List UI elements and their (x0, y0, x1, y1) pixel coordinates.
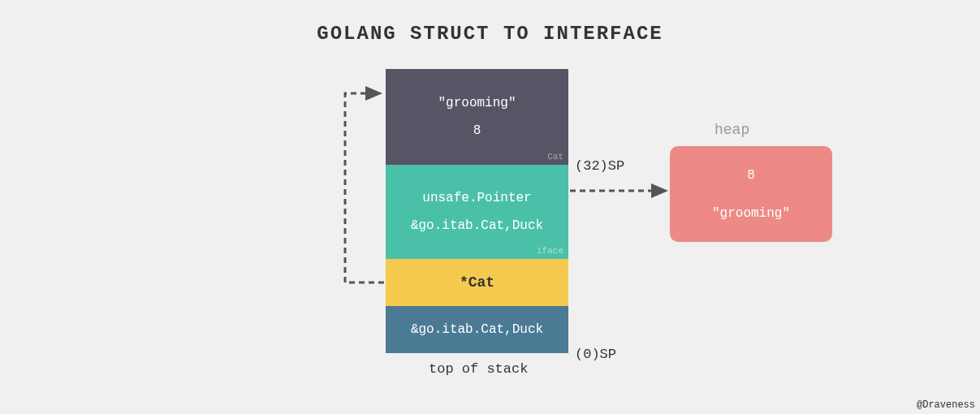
iface-type-label: iface (537, 246, 563, 256)
heap-label: heap (714, 122, 749, 138)
sp-0-label: (0)SP (575, 347, 616, 362)
iface-data-ptr: unsafe.Pointer (422, 191, 531, 205)
catptr-label: *Cat (460, 274, 494, 291)
stack-cell-cat-struct: "grooming" 8 Cat (386, 69, 568, 165)
stack-cell-itab: &go.itab.Cat,Duck (386, 306, 568, 353)
diagram-title: GOLANG STRUCT TO INTERFACE (0, 0, 980, 45)
sp-32-label: (32)SP (575, 158, 624, 174)
iface-itab-ptr: &go.itab.Cat,Duck (411, 218, 543, 233)
cat-field-age: 8 (473, 123, 481, 138)
stack-cell-iface: unsafe.Pointer &go.itab.Cat,Duck iface (386, 165, 568, 259)
cat-type-label: Cat (547, 152, 563, 162)
credit-label: @Draveness (917, 399, 975, 411)
stack-cell-catptr: *Cat (386, 259, 568, 306)
diagram-area: "grooming" 8 Cat unsafe.Pointer &go.itab… (0, 69, 980, 402)
stack-column: "grooming" 8 Cat unsafe.Pointer &go.itab… (386, 69, 568, 353)
top-of-stack-label: top of stack (429, 361, 528, 377)
heap-name: "grooming" (712, 206, 790, 221)
heap-age: 8 (747, 168, 755, 183)
itab-label: &go.itab.Cat,Duck (411, 322, 543, 337)
heap-box: 8 "grooming" (670, 146, 832, 242)
cat-field-name: "grooming" (438, 96, 516, 110)
